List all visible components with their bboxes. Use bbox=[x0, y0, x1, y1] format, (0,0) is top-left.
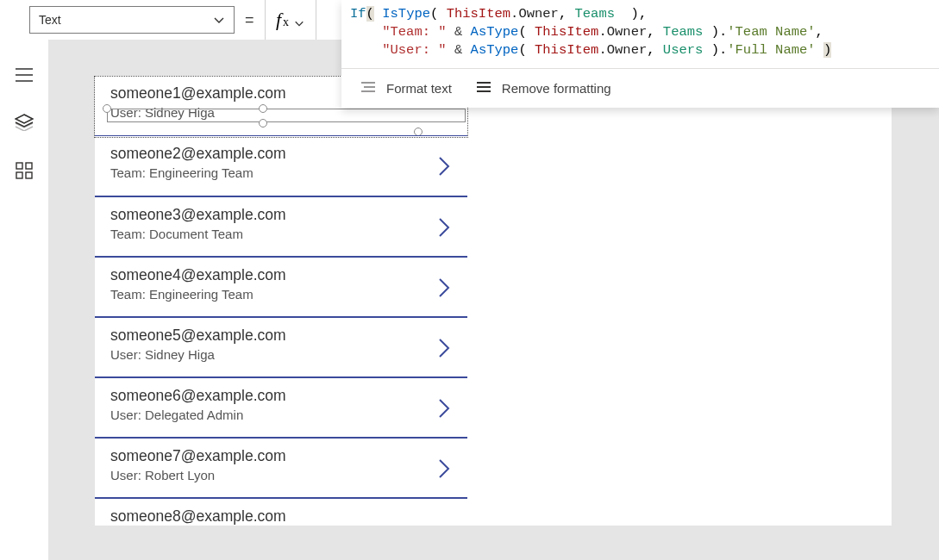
formula-actions: Format text Remove formatting bbox=[341, 68, 939, 108]
gallery-item[interactable]: someone6@example.com User: Delegated Adm… bbox=[95, 377, 467, 438]
gallery-item-subtitle: Team: Engineering Team bbox=[110, 165, 254, 180]
app-preview-surface: someone1@example.com User: Sidney Higa s… bbox=[95, 76, 892, 526]
property-selector-value: Text bbox=[39, 13, 61, 27]
equals-sign: = bbox=[245, 11, 254, 29]
chevron-right-icon[interactable] bbox=[436, 277, 452, 302]
gallery[interactable]: someone1@example.com User: Sidney Higa s… bbox=[95, 76, 467, 527]
gallery-item[interactable]: someone2@example.com Team: Engineering T… bbox=[95, 136, 467, 196]
gallery-item[interactable]: someone7@example.com User: Robert Lyon bbox=[95, 438, 467, 498]
property-selector[interactable]: Text bbox=[29, 6, 235, 34]
chevron-right-icon[interactable] bbox=[436, 216, 452, 242]
gallery-item-title: someone7@example.com bbox=[110, 447, 286, 465]
gallery-item[interactable]: someone3@example.com Team: Document Team bbox=[95, 196, 467, 257]
chevron-right-icon[interactable] bbox=[436, 337, 452, 363]
chevron-right-icon[interactable] bbox=[436, 155, 452, 181]
fx-dropdown[interactable]: fx bbox=[265, 0, 316, 40]
gallery-item-subtitle: Team: Engineering Team bbox=[110, 287, 254, 302]
gallery-item-subtitle: User: Delegated Admin bbox=[110, 408, 243, 422]
selection-handle[interactable] bbox=[259, 119, 267, 128]
gallery-item[interactable]: someone8@example.com bbox=[95, 498, 467, 527]
format-text-icon bbox=[360, 81, 376, 96]
gallery-item-subtitle: User: Sidney Higa bbox=[110, 105, 215, 120]
gallery-item-subtitle: User: Sidney Higa bbox=[110, 347, 215, 362]
gallery-item-title: someone2@example.com bbox=[110, 145, 286, 163]
chevron-right-icon[interactable] bbox=[436, 397, 452, 423]
remove-formatting-icon bbox=[476, 81, 491, 96]
svg-rect-3 bbox=[26, 172, 32, 178]
chevron-down-icon bbox=[294, 15, 304, 25]
gallery-item[interactable]: someone4@example.com Team: Engineering T… bbox=[95, 257, 467, 317]
gallery-item[interactable]: someone5@example.com User: Sidney Higa bbox=[95, 317, 467, 377]
selection-handle[interactable] bbox=[259, 104, 267, 113]
gallery-item-title: someone1@example.com bbox=[110, 84, 286, 103]
hamburger-icon[interactable] bbox=[15, 67, 34, 86]
gallery-item-subtitle: Team: Document Team bbox=[110, 227, 243, 241]
svg-rect-0 bbox=[16, 163, 22, 169]
svg-rect-1 bbox=[26, 163, 32, 169]
remove-formatting-button[interactable]: Remove formatting bbox=[476, 81, 611, 96]
fx-icon: f bbox=[276, 9, 281, 31]
chevron-down-icon bbox=[213, 14, 225, 26]
gallery-item-title: someone3@example.com bbox=[110, 206, 286, 224]
formula-editor[interactable]: If( IsType( ThisItem.Owner, Teams ), "Te… bbox=[341, 0, 939, 68]
format-text-button[interactable]: Format text bbox=[360, 81, 452, 96]
formula-bar-expanded: If( IsType( ThisItem.Owner, Teams ), "Te… bbox=[341, 0, 939, 108]
gallery-item-subtitle: User: Robert Lyon bbox=[110, 468, 215, 482]
layers-icon[interactable] bbox=[15, 114, 34, 134]
gallery-item-title: someone4@example.com bbox=[110, 266, 286, 284]
grid-icon[interactable] bbox=[16, 162, 33, 183]
gallery-item-title: someone5@example.com bbox=[110, 327, 286, 345]
gallery-item-title: someone8@example.com bbox=[110, 507, 286, 526]
gallery-item-title: someone6@example.com bbox=[110, 387, 286, 405]
chevron-right-icon[interactable] bbox=[436, 457, 452, 483]
svg-rect-2 bbox=[16, 172, 22, 178]
left-rail bbox=[0, 40, 48, 560]
